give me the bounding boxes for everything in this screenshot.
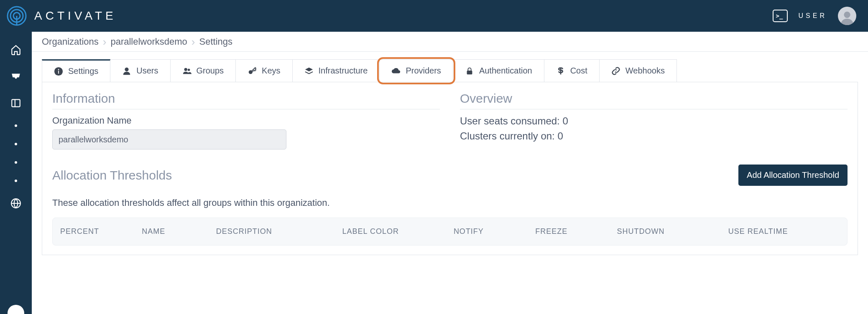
user-label[interactable]: USER <box>799 12 827 20</box>
header-right: >_ USER <box>773 7 856 25</box>
brand-logo-icon <box>7 6 27 26</box>
brand-name: ACTIVATE <box>34 9 117 23</box>
brand: ACTIVATE <box>7 6 117 26</box>
top-header: ACTIVATE >_ USER <box>0 0 868 32</box>
terminal-icon: >_ <box>776 13 783 19</box>
terminal-button[interactable]: >_ <box>773 10 788 22</box>
svg-point-4 <box>844 12 850 18</box>
avatar[interactable] <box>838 7 856 25</box>
